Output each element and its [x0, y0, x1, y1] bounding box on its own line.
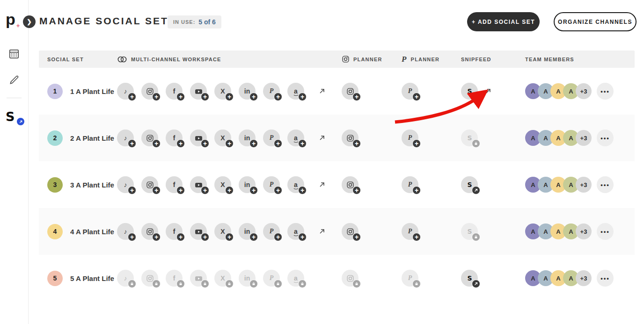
- facebook-channel-icon[interactable]: f+: [166, 83, 183, 100]
- pinterest-channel-icon[interactable]: P: [263, 270, 280, 287]
- open-external-icon[interactable]: [484, 87, 492, 95]
- team-overflow-badge[interactable]: +3: [576, 270, 592, 286]
- linkedin-channel-icon[interactable]: in+: [239, 176, 256, 193]
- instagram-channel-icon[interactable]: [342, 270, 359, 287]
- instagram-channel-icon[interactable]: +: [141, 176, 158, 193]
- amazon-channel-icon[interactable]: a+: [287, 130, 304, 146]
- row-options-button[interactable]: •••: [597, 223, 614, 240]
- youtube-channel-icon[interactable]: +: [190, 223, 207, 240]
- plus-badge-icon: +: [352, 186, 361, 194]
- snipfeed-channel-icon[interactable]: S: [461, 270, 478, 287]
- amazon-channel-icon[interactable]: a+: [287, 223, 304, 240]
- x-channel-icon[interactable]: X+: [214, 130, 231, 146]
- linkedin-channel-icon[interactable]: in+: [239, 83, 256, 100]
- open-external-icon[interactable]: [318, 181, 326, 188]
- youtube-channel-icon[interactable]: +: [190, 176, 207, 193]
- youtube-channel-icon[interactable]: [190, 270, 207, 287]
- facebook-channel-icon[interactable]: f+: [166, 130, 183, 146]
- workspace-channels-cell: ♪++f++X+in+P+a+: [117, 223, 342, 240]
- linkedin-channel-icon[interactable]: in+: [239, 223, 256, 240]
- pinterest-channel-icon[interactable]: P+: [402, 83, 418, 100]
- row-options-button[interactable]: •••: [597, 270, 614, 287]
- plus-badge-icon: +: [225, 93, 234, 101]
- linkedin-channel-icon[interactable]: in+: [239, 130, 256, 146]
- pinterest-channel-icon[interactable]: P+: [263, 223, 280, 240]
- tiktok-channel-icon[interactable]: ♪+: [117, 176, 134, 193]
- open-external-icon[interactable]: [318, 134, 326, 142]
- plus-badge-icon: +: [201, 233, 209, 241]
- calendar-icon[interactable]: [7, 47, 21, 61]
- pinterest-channel-icon[interactable]: P: [402, 270, 418, 287]
- plus-badge-icon: +: [274, 233, 282, 241]
- instagram-channel-icon[interactable]: +: [342, 223, 359, 240]
- row-options-button[interactable]: •••: [597, 83, 614, 100]
- snipfeed-icon[interactable]: S: [6, 109, 22, 124]
- snipfeed-channel-icon[interactable]: S: [461, 130, 478, 146]
- set-name: 5 A Plant Life: [70, 274, 114, 282]
- snipfeed-cell: S: [461, 270, 525, 287]
- team-overflow-badge[interactable]: +3: [576, 223, 592, 239]
- sidebar-collapse-button[interactable]: ❯: [23, 15, 36, 28]
- youtube-channel-icon[interactable]: +: [190, 83, 207, 100]
- facebook-channel-icon[interactable]: f+: [166, 176, 183, 193]
- snipfeed-cell: S+: [461, 83, 525, 100]
- tiktok-channel-icon[interactable]: ♪: [117, 270, 134, 287]
- row-options-button[interactable]: •••: [597, 176, 614, 193]
- column-header-p-planner: P PLANNER: [402, 55, 461, 63]
- social-set-row: 33 A Plant Life♪++f++X+in+P+a++P+SAAAA+3…: [39, 161, 635, 208]
- instagram-channel-icon[interactable]: [141, 270, 158, 287]
- instagram-channel-icon[interactable]: +: [342, 83, 359, 100]
- instagram-channel-icon[interactable]: +: [141, 223, 158, 240]
- linkedin-channel-icon[interactable]: in: [239, 270, 256, 287]
- arrow-badge-icon: [472, 186, 480, 194]
- add-social-set-button[interactable]: + ADD SOCIAL SET: [467, 12, 540, 31]
- lock-badge-icon: [225, 280, 234, 288]
- team-overflow-badge[interactable]: +3: [576, 130, 592, 146]
- x-channel-icon[interactable]: X: [214, 270, 231, 287]
- plus-badge-icon: +: [176, 186, 185, 194]
- snipfeed-channel-icon[interactable]: S: [461, 176, 478, 193]
- youtube-channel-icon[interactable]: +: [190, 130, 207, 146]
- instagram-channel-icon[interactable]: +: [342, 130, 359, 146]
- social-set-cell: 33 A Plant Life: [39, 177, 117, 193]
- tiktok-channel-icon[interactable]: ♪+: [117, 223, 134, 240]
- amazon-channel-icon[interactable]: a: [287, 270, 304, 287]
- planoly-logo[interactable]: p✦: [6, 11, 15, 27]
- row-options-button[interactable]: •••: [597, 130, 614, 146]
- instagram-channel-icon[interactable]: +: [141, 83, 158, 100]
- plus-badge-icon: +: [201, 139, 209, 148]
- tiktok-channel-icon[interactable]: ♪+: [117, 83, 134, 100]
- x-channel-icon[interactable]: X+: [214, 83, 231, 100]
- instagram-channel-icon[interactable]: +: [141, 130, 158, 146]
- plus-badge-icon: +: [249, 186, 258, 194]
- set-name: 1 A Plant Life: [70, 87, 114, 95]
- team-overflow-badge[interactable]: +3: [576, 177, 592, 193]
- organize-channels-button[interactable]: ORGANIZE CHANNELS: [554, 12, 637, 31]
- team-overflow-badge[interactable]: +3: [576, 83, 592, 99]
- amazon-channel-icon[interactable]: a+: [287, 176, 304, 193]
- lock-badge-icon: [412, 280, 421, 288]
- plus-badge-icon: +: [352, 139, 361, 148]
- open-external-icon[interactable]: [318, 87, 326, 95]
- pinterest-channel-icon[interactable]: P+: [263, 130, 280, 146]
- snipfeed-channel-icon[interactable]: S: [461, 223, 478, 240]
- set-number-badge: 5: [47, 271, 63, 286]
- pinterest-channel-icon[interactable]: P+: [402, 223, 418, 240]
- p-planner-cell: P+: [402, 83, 461, 100]
- pinterest-channel-icon[interactable]: P+: [402, 130, 418, 146]
- pinterest-channel-icon[interactable]: P+: [263, 176, 280, 193]
- instagram-channel-icon[interactable]: +: [342, 176, 359, 193]
- pinterest-channel-icon[interactable]: P+: [263, 83, 280, 100]
- facebook-channel-icon[interactable]: f+: [166, 223, 183, 240]
- pinterest-channel-icon[interactable]: P+: [402, 176, 418, 193]
- facebook-channel-icon[interactable]: f: [166, 270, 183, 287]
- x-channel-icon[interactable]: X+: [214, 223, 231, 240]
- x-channel-icon[interactable]: X+: [214, 176, 231, 193]
- tiktok-channel-icon[interactable]: ♪+: [117, 130, 134, 146]
- amazon-channel-icon[interactable]: a+: [287, 83, 304, 100]
- snipfeed-channel-icon[interactable]: S+: [461, 83, 478, 100]
- plus-badge-icon: +: [225, 139, 234, 148]
- team-members-cell: AAAA+3•••: [525, 223, 635, 240]
- pencil-icon[interactable]: [7, 73, 21, 87]
- open-external-icon[interactable]: [318, 228, 326, 235]
